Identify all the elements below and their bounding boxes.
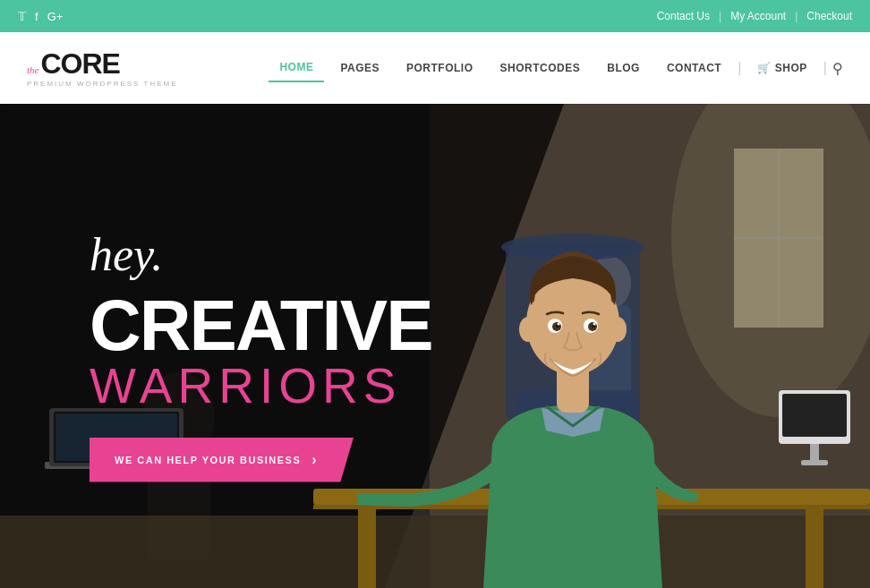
cta-button[interactable]: WE CAN HELP YOUR BUSINESS › xyxy=(90,438,354,482)
nav-item-contact[interactable]: CONTACT xyxy=(656,55,732,81)
nav-separator-2: | xyxy=(823,60,827,76)
contact-us-link[interactable]: Contact Us xyxy=(657,10,710,22)
hero-content: hey. CREATIVE WARRIORS WE CAN HELP YOUR … xyxy=(0,104,870,588)
warriors-subheadline: WARRIORS xyxy=(90,362,870,411)
checkout-link[interactable]: Checkout xyxy=(806,10,852,22)
separator-1: | xyxy=(719,10,721,22)
logo-core: CORE xyxy=(40,49,119,78)
creative-headline: CREATIVE xyxy=(90,290,870,362)
nav-item-home[interactable]: HOME xyxy=(269,54,324,82)
twitter-icon[interactable]: 𝕋 xyxy=(18,10,26,23)
separator-2: | xyxy=(795,10,798,22)
logo-text: the CORE xyxy=(27,49,120,78)
nav-menu: HOME PAGES PORTFOLIO SHORTCODES BLOG CON… xyxy=(269,54,843,82)
hey-text: hey. xyxy=(90,228,870,281)
navbar: the CORE PREMIUM WORDPRESS THEME HOME PA… xyxy=(0,32,870,104)
facebook-icon[interactable]: f xyxy=(35,10,38,23)
nav-item-portfolio[interactable]: PORTFOLIO xyxy=(396,55,484,81)
cta-arrow-icon: › xyxy=(311,452,318,468)
top-bar: 𝕋 f G+ Contact Us | My Account | Checkou… xyxy=(0,0,870,32)
nav-item-pages[interactable]: PAGES xyxy=(329,55,390,81)
shop-label: SHOP xyxy=(775,62,807,74)
logo-tagline: PREMIUM WORDPRESS THEME xyxy=(27,80,178,88)
cta-label: WE CAN HELP YOUR BUSINESS xyxy=(115,455,301,465)
search-icon[interactable]: ⚲ xyxy=(832,60,843,77)
logo-the: the xyxy=(27,64,38,75)
googleplus-icon[interactable]: G+ xyxy=(47,10,64,23)
nav-item-blog[interactable]: BLOG xyxy=(596,55,651,81)
logo: the CORE PREMIUM WORDPRESS THEME xyxy=(27,49,178,88)
nav-item-shortcodes[interactable]: SHORTCODES xyxy=(490,55,592,81)
top-bar-links: Contact Us | My Account | Checkout xyxy=(657,10,852,22)
my-account-link[interactable]: My Account xyxy=(730,10,786,22)
hero-section: hey. CREATIVE WARRIORS WE CAN HELP YOUR … xyxy=(0,104,870,588)
cart-icon: 🛒 xyxy=(757,62,772,74)
nav-item-shop[interactable]: 🛒 SHOP xyxy=(746,55,818,81)
social-links: 𝕋 f G+ xyxy=(18,10,63,23)
nav-separator-1: | xyxy=(738,60,741,76)
